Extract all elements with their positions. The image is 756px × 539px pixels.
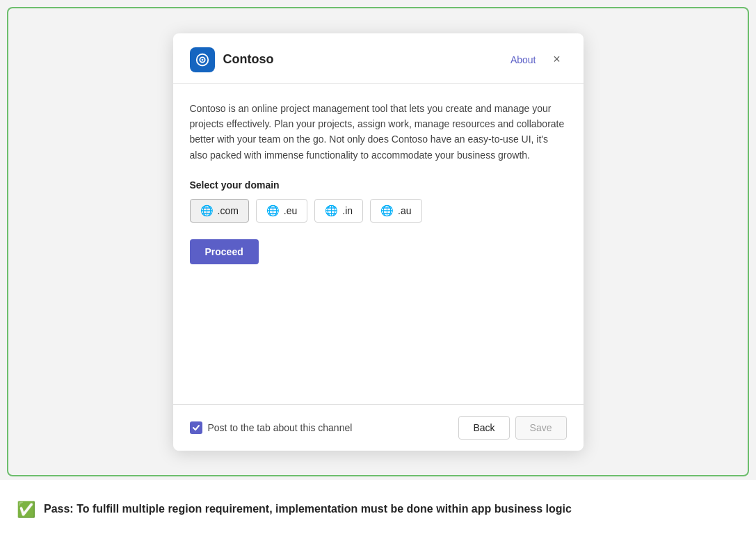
app-title: Contoso: [223, 52, 510, 67]
close-icon: ×: [553, 52, 561, 67]
pass-text: Pass: To fulfill multiple region require…: [44, 501, 572, 517]
globe-icon-in: 🌐: [325, 204, 338, 217]
domain-options: 🌐 .com 🌐 .eu 🌐 .in 🌐 .au: [190, 199, 567, 223]
about-link[interactable]: About: [510, 54, 536, 65]
checkbox-area: Post to the tab about this channel: [190, 421, 459, 434]
post-to-channel-checkbox[interactable]: [190, 421, 202, 434]
globe-icon-au: 🌐: [380, 204, 394, 217]
domain-section-label: Select your domain: [190, 179, 567, 191]
domain-btn-com[interactable]: 🌐 .com: [190, 199, 249, 223]
globe-icon-eu: 🌐: [266, 204, 280, 217]
pass-icon: ✅: [17, 501, 35, 519]
domain-btn-eu[interactable]: 🌐 .eu: [256, 199, 307, 223]
back-button[interactable]: Back: [458, 416, 509, 440]
proceed-button[interactable]: Proceed: [190, 239, 259, 264]
checkmark-icon: [192, 424, 200, 432]
domain-btn-in[interactable]: 🌐 .in: [314, 199, 363, 223]
globe-icon-com: 🌐: [200, 204, 214, 217]
dialog-footer: Post to the tab about this channel Back …: [173, 404, 584, 451]
dialog-body: Contoso is an online project management …: [173, 84, 584, 404]
domain-label-eu: .eu: [284, 205, 297, 216]
svg-point-2: [201, 58, 203, 61]
footer-buttons: Back Save: [458, 416, 566, 440]
save-button: Save: [515, 416, 567, 440]
pass-bar: ✅ Pass: To fulfill multiple region requi…: [0, 480, 756, 539]
app-icon: [190, 47, 215, 72]
close-button[interactable]: ×: [547, 50, 567, 70]
dialog-header: Contoso About ×: [173, 33, 584, 84]
app-description: Contoso is an online project management …: [190, 101, 567, 163]
dialog-container: Contoso About × Contoso is an online pro…: [173, 33, 584, 451]
domain-label-au: .au: [398, 205, 411, 216]
checkbox-label: Post to the tab about this channel: [208, 422, 353, 433]
domain-label-in: .in: [342, 205, 353, 216]
domain-btn-au[interactable]: 🌐 .au: [370, 199, 421, 223]
domain-label-com: .com: [218, 205, 239, 216]
